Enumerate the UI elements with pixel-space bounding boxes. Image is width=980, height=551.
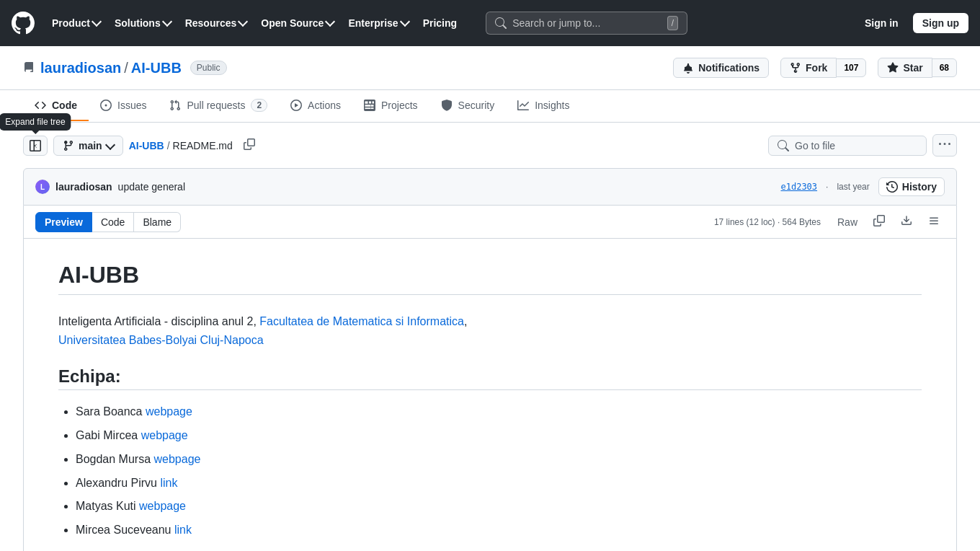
notifications-group: Notifications	[673, 58, 769, 78]
avatar: L	[35, 180, 50, 194]
repo-tabs: Code Issues Pull requests 2 Actions Proj…	[0, 90, 980, 123]
tab-projects[interactable]: Projects	[352, 91, 429, 121]
fork-group: Fork 107	[780, 58, 866, 78]
readme-link-universitatea[interactable]: Universitatea Babes-Bolyai Cluj-Napoca	[58, 334, 264, 346]
commit-info-right: e1d2303 · last year History	[780, 177, 945, 196]
tab-security[interactable]: Security	[429, 91, 507, 121]
copy-path-button[interactable]	[239, 135, 260, 156]
member-link[interactable]: webpage	[154, 453, 201, 465]
commit-author-name[interactable]: lauradiosan	[55, 181, 112, 193]
breadcrumb-file: README.md	[173, 140, 233, 151]
search-icon	[495, 17, 507, 29]
copy-icon	[244, 138, 255, 150]
readme-link-facultatea[interactable]: Facultatea de Matematica si Informatica	[259, 315, 464, 327]
more-options-button[interactable]	[932, 134, 957, 157]
breadcrumb: lauradiosan / AI-UBB Public	[23, 60, 227, 76]
kebab-icon	[939, 138, 950, 150]
commit-info-left: L lauradiosan update general	[35, 180, 185, 194]
history-button[interactable]: History	[878, 177, 945, 196]
bell-icon	[682, 62, 694, 74]
list-view-button[interactable]	[923, 211, 945, 232]
list-item: Bogdan Mursa webpage	[76, 449, 922, 470]
member-link[interactable]: link	[174, 524, 192, 536]
nav-item-product[interactable]: Product	[46, 12, 106, 35]
file-area: Expand file tree main AI-UBB / README.md	[0, 123, 980, 551]
member-name: Gabi Mircea	[76, 429, 141, 441]
star-group: Star 68	[878, 58, 957, 78]
header-search[interactable]: Search or jump to... /	[486, 12, 687, 35]
star-icon	[887, 62, 899, 74]
preview-tab[interactable]: Preview	[35, 212, 92, 232]
star-button[interactable]: Star	[878, 58, 932, 78]
member-link[interactable]: link	[160, 477, 177, 489]
sidebar-expand-icon	[30, 140, 41, 151]
raw-button[interactable]: Raw	[832, 213, 863, 232]
repo-actions: Notifications Fork 107 Star 68	[673, 58, 957, 78]
chevron-down-icon	[105, 139, 115, 149]
readme-echipa-heading: Echipa:	[58, 366, 922, 390]
readme-title: AI-UBB	[58, 262, 922, 295]
expand-tree-button[interactable]: Expand file tree	[23, 136, 48, 156]
go-to-file-search[interactable]: Raw Go to file	[768, 136, 927, 156]
repo-header: lauradiosan / AI-UBB Public Notification…	[0, 46, 980, 90]
nav-item-open-source[interactable]: Open Source	[255, 12, 339, 35]
commit-bar: L lauradiosan update general e1d2303 · l…	[23, 168, 957, 206]
tab-code[interactable]: Code	[23, 91, 89, 121]
chevron-down-icon	[400, 17, 410, 27]
branch-selector[interactable]: main	[53, 136, 123, 156]
lines-icon	[928, 215, 940, 226]
issue-icon	[100, 100, 112, 111]
readme-content: AI-UBB Inteligenta Artificiala - discipl…	[23, 239, 957, 551]
tab-insights[interactable]: Insights	[506, 91, 581, 121]
chevron-down-icon	[162, 17, 172, 27]
readme-echipa-section: Echipa: Sara Boanca webpage Gabi Mircea …	[58, 366, 922, 541]
chevron-down-icon	[325, 17, 335, 27]
copy-content-button[interactable]	[868, 211, 890, 232]
file-toolbar-right: Raw Go to file	[768, 134, 957, 157]
graph-icon	[517, 100, 529, 111]
repo-name-link[interactable]: AI-UBB	[131, 60, 182, 76]
nav-item-resources[interactable]: Resources	[179, 12, 253, 35]
member-name: Alexandru Pirvu	[76, 477, 160, 489]
history-icon	[886, 181, 898, 193]
tab-actions[interactable]: Actions	[279, 91, 352, 121]
github-logo[interactable]	[12, 12, 35, 35]
member-link[interactable]: webpage	[141, 429, 188, 441]
file-icons: Raw	[832, 211, 945, 232]
list-item: Gabi Mircea webpage	[76, 426, 922, 446]
list-item: Sara Boanca webpage	[76, 402, 922, 423]
list-item: Alexandru Pirvu link	[76, 473, 922, 494]
member-name: Sara Boanca	[76, 405, 146, 418]
code-tab[interactable]: Code	[92, 212, 134, 232]
play-icon	[290, 100, 302, 111]
member-link[interactable]: webpage	[146, 405, 192, 418]
blame-tab[interactable]: Blame	[134, 212, 181, 232]
member-name: Mircea Suceveanu	[76, 524, 174, 536]
breadcrumb-root[interactable]: AI-UBB	[129, 140, 164, 151]
chevron-down-icon	[238, 17, 248, 27]
tab-pull-requests[interactable]: Pull requests 2	[158, 90, 279, 122]
download-button[interactable]	[896, 211, 917, 232]
sign-in-button[interactable]: Sign in	[856, 13, 907, 33]
fork-count[interactable]: 107	[836, 58, 866, 77]
sign-up-button[interactable]: Sign up	[913, 13, 968, 33]
nav-item-solutions[interactable]: Solutions	[109, 12, 177, 35]
notifications-button[interactable]: Notifications	[673, 58, 769, 78]
list-item: Mircea Suceveanu link	[76, 520, 922, 541]
file-toolbar-left: Expand file tree main AI-UBB / README.md	[23, 135, 260, 156]
file-actions-bar: Preview Code Blame 17 lines (12 loc) · 5…	[23, 206, 957, 239]
header-actions: Sign in Sign up	[856, 13, 968, 33]
readme-member-list: Sara Boanca webpage Gabi Mircea webpage …	[58, 402, 922, 541]
fork-icon	[790, 62, 801, 74]
commit-hash-link[interactable]: e1d2303	[780, 182, 817, 192]
nav-item-enterprise[interactable]: Enterprise	[342, 12, 414, 35]
list-item: Matyas Kuti webpage	[76, 496, 922, 517]
star-count[interactable]: 68	[932, 58, 957, 77]
nav-item-pricing[interactable]: Pricing	[417, 12, 463, 35]
file-breadcrumb: AI-UBB / README.md	[129, 140, 233, 151]
shield-icon	[441, 100, 453, 111]
member-link[interactable]: webpage	[139, 500, 186, 512]
fork-button[interactable]: Fork	[780, 58, 837, 78]
repo-owner-link[interactable]: lauradiosan	[40, 60, 121, 76]
tab-issues[interactable]: Issues	[89, 91, 158, 121]
